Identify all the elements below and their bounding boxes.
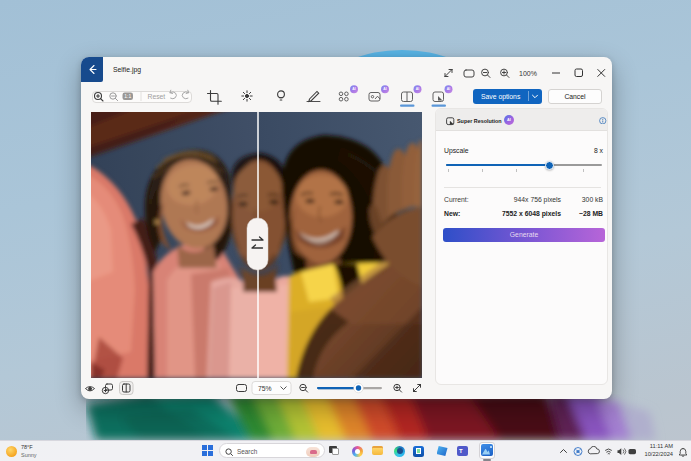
svg-text:Reset: Reset (148, 93, 166, 100)
svg-text:AI: AI (447, 87, 450, 91)
svg-text:AI: AI (352, 87, 355, 91)
svg-text:AI: AI (416, 87, 419, 91)
svg-text:1:1: 1:1 (124, 93, 131, 99)
svg-text:75%: 75% (258, 385, 272, 392)
svg-text:AI: AI (383, 87, 386, 91)
svg-text:100%: 100% (519, 70, 537, 77)
